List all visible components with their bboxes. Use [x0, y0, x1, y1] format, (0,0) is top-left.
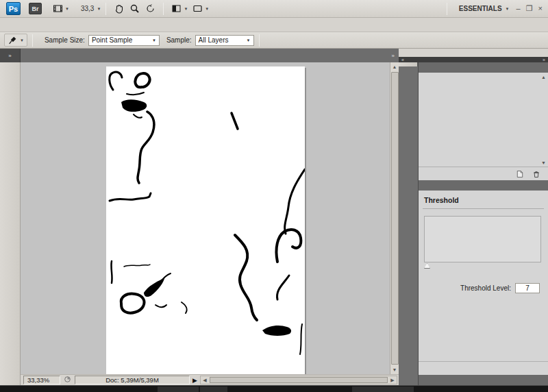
menu-bar: [0, 18, 548, 32]
eyedropper-icon: [8, 35, 18, 45]
sample-size-select[interactable]: Point Sample ▼: [88, 35, 160, 46]
threshold-level-value: 7: [525, 284, 530, 292]
document-tab-bar: » » « »: [0, 49, 548, 62]
toolbar-collapse-chip[interactable]: »: [0, 49, 21, 62]
photoshop-window: Ps Br ▼ 33,3▼ ▼ ▼ ESSENTIALS▼ – ❐ ×: [0, 0, 548, 392]
threshold-slider-handle[interactable]: [424, 263, 430, 269]
adjustment-title: Threshold: [419, 191, 548, 208]
expand-panels-icon[interactable]: »: [543, 58, 545, 62]
chevron-down-icon: ▼: [97, 7, 101, 11]
adjustments-panel: Threshold Threshold Level: 7: [419, 191, 548, 375]
hand-icon: [113, 3, 125, 14]
scroll-down-icon[interactable]: ▼: [541, 160, 546, 165]
restore-button[interactable]: ❐: [526, 4, 533, 13]
zoom-level-dropdown[interactable]: 33,3▼: [81, 5, 101, 12]
tab-overflow-button[interactable]: »: [21, 49, 399, 62]
view-extras-button[interactable]: ▼: [50, 2, 71, 15]
document-info-field[interactable]: Doc: 5,39M/5,39M: [75, 376, 190, 384]
delete-swatch-button[interactable]: [532, 169, 541, 179]
tools-panel: [0, 62, 21, 385]
taskbar-strip: [0, 385, 548, 392]
status-bar: 33,33% Doc: 5,39M/5,39M ▶ ◀ ▶: [21, 374, 399, 385]
chevron-down-icon: ▼: [65, 7, 69, 11]
collapse-panels-icon[interactable]: «: [401, 58, 404, 62]
adjustments-footer: [419, 361, 548, 375]
zoom-level-value: 33,3: [81, 5, 94, 12]
divider: [105, 3, 106, 15]
document-size-value: Doc: 5,39M/5,39M: [105, 376, 159, 384]
divider: [163, 3, 164, 15]
adjustments-panel-tabs: [419, 180, 548, 191]
hand-tool-button[interactable]: [111, 2, 127, 15]
swatches-panel-tabs: [419, 62, 548, 73]
sample-size-label: Sample Size:: [45, 36, 85, 44]
scroll-left-icon[interactable]: ◀: [201, 378, 209, 383]
chevron-down-icon: ▼: [152, 38, 156, 42]
launch-bridge-button[interactable]: Br: [29, 3, 42, 14]
rotate-view-icon: [145, 3, 156, 14]
vertical-scroll-thumb[interactable]: [391, 72, 399, 365]
canvas-area[interactable]: ▲ ▼: [21, 62, 399, 374]
chevron-down-icon: ▼: [184, 7, 188, 11]
dock-top-spacer: « »: [399, 49, 548, 62]
divider: [32, 34, 33, 47]
photoshop-logo: Ps: [6, 2, 21, 15]
threshold-slider[interactable]: [424, 262, 541, 271]
arrange-documents-icon: [171, 3, 182, 14]
chevron-down-icon: ▼: [205, 7, 209, 11]
scroll-right-icon[interactable]: ▶: [388, 378, 397, 383]
screen-mode-button[interactable]: ▼: [190, 2, 211, 15]
collapsed-panel-strip: [399, 62, 418, 385]
screen-mode-icon: [192, 3, 203, 14]
horizontal-scrollbar[interactable]: ◀ ▶: [200, 376, 397, 384]
chevron-down-icon: ▼: [247, 38, 251, 42]
divider: [447, 3, 447, 15]
scroll-up-icon[interactable]: ▲: [541, 75, 546, 79]
close-button[interactable]: ×: [538, 4, 543, 13]
tool-options-bar: ▼ Sample Size: Point Sample ▼ Sample: Al…: [0, 32, 548, 49]
sample-label: Sample:: [166, 36, 192, 44]
film-frames-icon: [52, 3, 64, 14]
rotate-view-button[interactable]: [142, 2, 158, 15]
swatch-scrollbar[interactable]: ▲▼: [540, 75, 547, 165]
current-tool-preset[interactable]: ▼: [4, 34, 27, 47]
application-bar: Ps Br ▼ 33,3▼ ▼ ▼ ESSENTIALS▼ – ❐ ×: [0, 0, 548, 18]
sample-size-value: Point Sample: [92, 36, 132, 44]
scroll-up-icon[interactable]: ▲: [393, 62, 397, 71]
workspace-switcher[interactable]: ESSENTIALS▼: [459, 5, 510, 12]
status-menu-arrow-icon[interactable]: ▶: [192, 377, 197, 384]
vertical-scrollbar[interactable]: ▲ ▼: [390, 62, 399, 374]
threshold-histogram: [424, 216, 541, 262]
document-canvas[interactable]: [106, 66, 305, 374]
panel-dock: ▲▼ Threshold Threshold Level:: [399, 62, 548, 385]
divider: [259, 34, 260, 47]
zoom-tool-button[interactable]: [127, 2, 142, 15]
threshold-level-input[interactable]: 7: [515, 283, 540, 293]
swatches-panel: ▲▼: [419, 73, 548, 180]
threshold-level-label: Threshold Level:: [460, 284, 511, 292]
divider: [423, 208, 544, 209]
scroll-down-icon[interactable]: ▼: [393, 365, 397, 374]
chevron-right-icon: »: [392, 53, 395, 59]
status-zoom-field[interactable]: 33,33%: [23, 376, 60, 384]
magnifier-icon: [129, 3, 140, 14]
chevron-down-icon: ▼: [20, 38, 24, 42]
minimize-button[interactable]: –: [516, 4, 521, 13]
status-zoom-value: 33,33%: [27, 376, 49, 384]
arrange-documents-button[interactable]: ▼: [169, 2, 190, 15]
workspace-name: ESSENTIALS: [459, 5, 502, 12]
sample-select[interactable]: All Layers ▼: [195, 35, 254, 46]
sample-value: All Layers: [199, 36, 229, 44]
horizontal-scroll-thumb[interactable]: [210, 377, 388, 383]
chevron-down-icon: ▼: [506, 7, 510, 11]
new-swatch-button[interactable]: [515, 169, 525, 179]
threshold-artwork: [106, 66, 305, 374]
scrubby-zoom-icon: [63, 375, 72, 385]
layers-panel-tabs: [419, 375, 548, 385]
